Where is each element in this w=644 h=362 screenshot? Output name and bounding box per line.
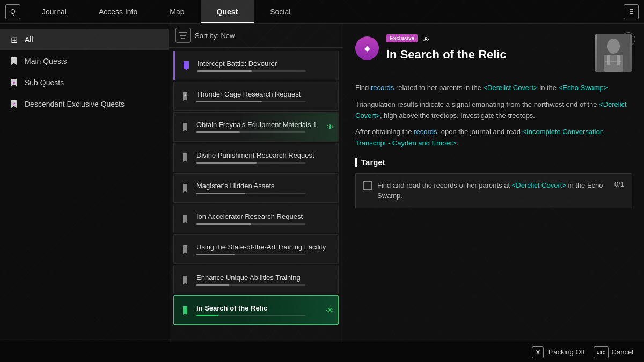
progress-bar-state-art: [196, 254, 305, 255]
quest-detail-title: In Search of the Relic: [386, 48, 587, 62]
quest-character-portrait: [595, 34, 632, 72]
target-section: Target Find and read the records of her …: [355, 158, 632, 208]
q-key-button[interactable]: Q: [5, 4, 20, 19]
sidebar-item-descendant-exclusive[interactable]: Descendant Exclusive Quests: [0, 93, 169, 115]
sort-label: Sort by: New: [195, 32, 336, 40]
progress-fill-in-search: [196, 315, 218, 316]
eye-icon-freyna: 👁: [326, 123, 334, 131]
derelict-covert-link-2[interactable]: <Derelict Covert>: [355, 100, 627, 120]
bookmark-exclusive-icon: [9, 99, 19, 109]
svg-point-6: [607, 39, 620, 54]
main-content: ⊞ All Main Quests Sub Quests: [0, 24, 644, 342]
target-checkbox-1[interactable]: [363, 181, 372, 190]
progress-fill-intercept: [197, 70, 252, 72]
echo-swamp-link[interactable]: <Echo Swamp>: [559, 84, 608, 92]
quest-item-content-intercept: Intercept Battle: Devourer: [197, 60, 333, 72]
tab-map[interactable]: Map: [153, 0, 200, 23]
progress-bar-enhance: [196, 284, 305, 286]
quest-icon-thunder: [179, 91, 191, 102]
quest-item-content-ion: Ion Accelerator Research Request: [196, 212, 333, 225]
quest-icon-magisters: [179, 182, 191, 194]
bottom-bar: X Tracking Off Esc Cancel: [0, 342, 644, 362]
tab-journal[interactable]: Journal: [26, 0, 83, 23]
derelict-covert-link-1[interactable]: <Derelict Covert>: [483, 84, 537, 92]
quest-item-in-search[interactable]: In Search of the Relic 👁: [173, 295, 339, 325]
tab-quest[interactable]: Quest: [201, 0, 254, 23]
progress-fill-enhance: [196, 284, 229, 286]
progress-fill-ion: [196, 223, 251, 225]
sidebar-item-main-quests[interactable]: Main Quests: [0, 50, 169, 72]
svg-rect-8: [607, 55, 610, 65]
quest-item-ion[interactable]: Ion Accelerator Research Request: [173, 204, 339, 233]
e-key-button[interactable]: E: [624, 4, 639, 19]
cancel-key[interactable]: Esc: [594, 346, 609, 358]
quest-badge-inner: ◆: [364, 44, 370, 53]
sidebar-item-descendant-label: Descendant Exclusive Quests: [25, 100, 125, 108]
tab-access-info[interactable]: Access Info: [83, 0, 153, 23]
bookmark-main-icon: [9, 56, 19, 67]
quest-item-magisters[interactable]: Magister's Hidden Assets: [173, 173, 339, 203]
progress-bar-intercept: [197, 70, 306, 72]
quest-title-state-art: Using the State-of-the-Art Training Faci…: [196, 243, 333, 252]
target-text-1: Find and read the records of her parents…: [377, 180, 609, 201]
quest-bg-in-search: [239, 296, 338, 324]
cancel-label[interactable]: Cancel: [612, 348, 633, 356]
sidebar-item-main-quests-label: Main Quests: [25, 57, 67, 65]
cancel-action: Esc Cancel: [594, 346, 633, 358]
target-derelict-link[interactable]: <Derelict Covert>: [512, 181, 566, 189]
quest-item-content-magisters: Magister's Hidden Assets: [196, 182, 333, 195]
quest-item-content-thunder: Thunder Cage Research Request: [196, 90, 333, 103]
progress-fill-magisters: [196, 193, 245, 194]
quest-item-intercept-battle[interactable]: Intercept Battle: Devourer: [173, 51, 339, 80]
progress-fill-thunder: [196, 101, 262, 102]
progress-bar-divine: [196, 162, 305, 164]
quest-detail-panel: ? ◆ Exclusive 👁 In Search of the Relic: [343, 24, 644, 342]
quest-title-area: Exclusive 👁 In Search of the Relic: [386, 34, 587, 62]
quest-desc-para-2: Triangulation results indicate a signal …: [355, 99, 632, 122]
target-section-title: Target: [355, 158, 632, 167]
quest-list-panel: Sort by: New Intercept Battle: Devourer: [169, 24, 343, 342]
quest-category-sidebar: ⊞ All Main Quests Sub Quests: [0, 24, 169, 342]
quest-item-thunder-cage[interactable]: Thunder Cage Research Request: [173, 82, 339, 111]
tab-social[interactable]: Social: [254, 0, 306, 23]
quest-item-obtain-freyna[interactable]: Obtain Freyna's Equipment Materials 1 👁: [173, 112, 339, 142]
transcript-link[interactable]: <Incomplete Conversation Transcript - Ca…: [355, 128, 604, 147]
sidebar-item-all[interactable]: ⊞ All: [0, 29, 169, 50]
target-count-1: 0/1: [614, 180, 624, 188]
quest-title-magisters: Magister's Hidden Assets: [196, 182, 333, 191]
watch-icon[interactable]: 👁: [422, 35, 429, 44]
quest-icon-state-art: [179, 243, 191, 255]
layers-icon: ⊞: [9, 34, 19, 45]
bookmark-sub-icon: [9, 77, 19, 88]
progress-bar-thunder: [196, 101, 305, 102]
quest-item-state-art[interactable]: Using the State-of-the-Art Training Faci…: [173, 234, 339, 264]
quest-detail-header: ◆ Exclusive 👁 In Search of the Relic: [355, 34, 632, 72]
quest-icon-enhance: [179, 274, 191, 286]
quest-icon-divine: [179, 152, 191, 164]
quest-item-enhance[interactable]: Enhance Unique Abilities Training: [173, 265, 339, 294]
quest-title-divine: Divine Punishment Research Request: [196, 151, 333, 160]
records-link-1[interactable]: records: [371, 84, 394, 92]
quest-description: Find records related to her parents in t…: [355, 83, 632, 149]
sidebar-item-sub-quests[interactable]: Sub Quests: [0, 72, 169, 93]
quest-icon-in-search: [179, 305, 191, 316]
quest-title-thunder: Thunder Cage Research Request: [196, 90, 333, 99]
quest-item-content-enhance: Enhance Unique Abilities Training: [196, 274, 333, 286]
svg-point-0: [13, 82, 15, 84]
quest-title-ion: Ion Accelerator Research Request: [196, 212, 333, 221]
quest-item-content-state-art: Using the State-of-the-Art Training Faci…: [196, 243, 333, 256]
progress-fill-freyna: [196, 131, 240, 133]
quest-icon-ion: [179, 213, 191, 225]
tracking-label[interactable]: Tracking Off: [547, 348, 584, 356]
progress-fill-state-art: [196, 254, 235, 255]
svg-rect-7: [604, 55, 623, 72]
tracking-key[interactable]: X: [532, 346, 544, 358]
exclusive-badge: Exclusive: [386, 34, 418, 42]
top-navigation: Q Journal Access Info Map Quest Social E: [0, 0, 644, 24]
progress-bar-ion: [196, 223, 305, 225]
svg-rect-9: [617, 55, 620, 65]
quest-badge: ◆: [350, 32, 384, 65]
records-link-2[interactable]: records: [414, 128, 437, 136]
sort-button[interactable]: [175, 28, 191, 43]
quest-item-divine[interactable]: Divine Punishment Research Request: [173, 143, 339, 172]
